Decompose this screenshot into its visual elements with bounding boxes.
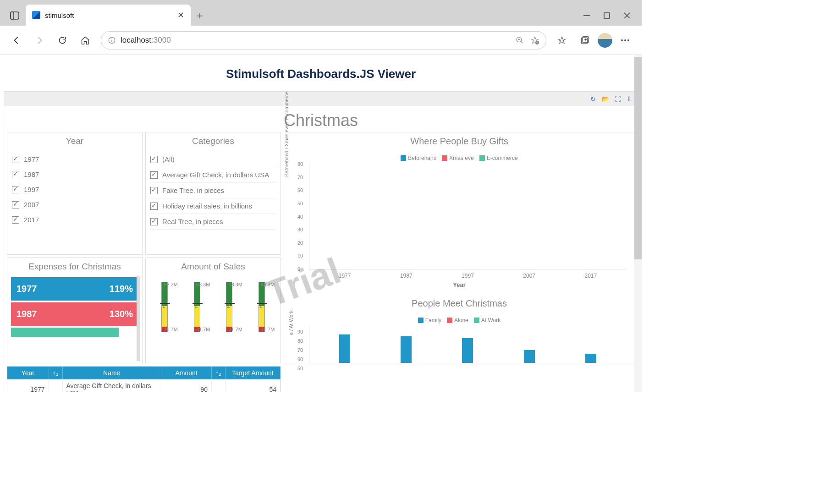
year-filter-item[interactable]: 2017 [12,212,138,227]
expenses-bar-partial [11,328,119,337]
bullet-mid-label: 2 [227,303,230,309]
chart-bar[interactable] [585,354,596,363]
chart-bar[interactable] [462,338,473,363]
checkbox-icon[interactable] [150,171,158,179]
legend-item[interactable]: Alone [447,317,468,323]
address-bar[interactable]: localhost:3000 + [101,31,546,49]
new-tab-button[interactable]: ＋ [191,6,209,25]
category-filter-item[interactable]: Average Gift Check, in dollars USA [150,167,276,183]
profile-avatar[interactable] [598,33,612,48]
gifts-chart-title: Where People Buy Gifts [284,132,634,152]
year-filter-item[interactable]: 1997 [12,182,138,197]
svg-point-20 [624,39,626,41]
bullet-mid-label: 2 [162,303,165,309]
refresh-dashboard-icon[interactable]: ↻ [590,95,596,103]
year-filter-label: 2017 [24,216,39,224]
close-tab-icon[interactable]: ✕ [177,10,184,20]
chart-bar[interactable] [401,336,412,363]
category-filter-item[interactable]: (All) [150,152,276,167]
back-button[interactable] [6,30,27,50]
x-tick-label: 2017 [570,273,611,279]
window-close-button[interactable] [617,5,637,26]
gifts-x-axis-label: Year [284,281,634,288]
favorites-button[interactable] [552,30,572,50]
refresh-button[interactable] [52,30,72,50]
gifts-bar-chart[interactable]: Beforehand / Xmas eve / E-commerce 19771… [309,164,626,269]
meet-bar-chart[interactable]: e / At Work 9080706050 [309,326,626,363]
meet-chart-title: People Meet Christmas [284,295,634,314]
bullet-mid-label: 2 [259,303,263,309]
year-filter-label: 2007 [24,201,39,208]
table-header-amount[interactable]: Amount [161,367,212,379]
year-filter-item[interactable]: 1977 [12,152,138,167]
collections-button[interactable]: + [575,30,595,50]
svg-text:+: + [536,41,538,44]
year-filter-panel: Year 19771987199720072017 [7,132,143,255]
home-button[interactable] [75,30,95,50]
checkbox-icon[interactable] [12,186,19,193]
table-header-target[interactable]: Target Amount [226,367,280,379]
expense-year: 1977 [16,284,37,294]
bullet-gauge[interactable]: ·63.3M 2 ·31.7M [153,282,176,332]
table-sort-1[interactable]: ↑₁ [49,367,62,379]
more-button[interactable] [615,30,635,50]
bullet-gauge[interactable]: ·63.3M 2 ·31.7M [186,282,209,332]
svg-point-21 [627,39,629,41]
page-scrollbar[interactable] [634,55,642,392]
bullet-gauge[interactable]: ·63.3M 2 ·31.7M [218,282,241,332]
chart-bar[interactable] [339,334,350,363]
year-filter-item[interactable]: 1987 [12,167,138,182]
legend-item[interactable]: At Work [474,317,500,323]
legend-item[interactable]: Beforehand [401,155,436,161]
table-sort-2[interactable]: ↑₂ [212,367,226,379]
table-row[interactable]: 1977 Average Gift Check, in dollars USA … [7,379,280,392]
tab-overview-button[interactable] [4,6,26,25]
checkbox-icon[interactable] [12,216,19,224]
checkbox-icon[interactable] [150,218,158,225]
page-content: Stimulsoft Dashboards.JS Viewer ↻ 📂 ⛶ ⇩ … [0,55,642,392]
site-info-icon[interactable] [108,36,116,44]
expenses-scrollbar[interactable] [137,276,140,362]
legend-item[interactable]: Family [418,317,441,323]
category-filter-item[interactable]: Holiday retail sales, in billions [150,198,276,214]
checkbox-icon[interactable] [150,156,158,163]
svg-rect-1 [11,12,14,19]
data-table[interactable]: Year ↑₁ Name Amount ↑₂ Target Amount 197… [7,367,280,392]
category-filter-label: Average Gift Check, in dollars USA [162,171,269,179]
checkbox-icon[interactable] [12,201,19,208]
export-icon[interactable]: ⇩ [627,95,632,103]
expense-row[interactable]: 1977119% [11,277,138,301]
bullet-gauge[interactable]: ·63.3M 2 ·31.7M [250,282,273,332]
svg-text:+: + [584,37,587,42]
table-header-name[interactable]: Name [62,367,161,379]
category-filter-item[interactable]: Fake Tree, in pieces [150,183,276,198]
browser-tab[interactable]: stimulsoft ✕ [26,5,191,26]
favicon-icon [32,11,40,19]
checkbox-icon[interactable] [150,187,158,194]
expand-icon[interactable]: ⛶ [615,95,621,103]
data-table-panel: Year ↑₁ Name Amount ↑₂ Target Amount 197… [7,366,281,392]
zoom-icon[interactable] [516,36,524,44]
checkbox-icon[interactable] [150,203,158,210]
expense-year: 1987 [16,309,37,319]
window-minimize-button[interactable] [577,5,597,26]
svg-point-7 [111,38,112,39]
table-header-year[interactable]: Year [7,367,49,379]
window-maximize-button[interactable] [597,5,617,26]
legend-item[interactable]: E-commerce [479,155,518,161]
year-filter-item[interactable]: 2007 [12,197,138,212]
bullet-top-label: ·63.3M [259,282,275,287]
forward-button [29,30,50,50]
open-icon[interactable]: 📂 [601,95,609,103]
checkbox-icon[interactable] [12,171,19,178]
bar-group [324,334,365,363]
checkbox-icon[interactable] [12,156,19,163]
favorite-add-icon[interactable]: + [530,36,539,45]
expense-row[interactable]: 1987130% [11,302,138,326]
chart-bar[interactable] [524,350,535,363]
legend-item[interactable]: Xmas eve [442,155,473,161]
category-filter-item[interactable]: Real Tree, in pieces [150,214,276,230]
x-tick-label: 1977 [324,273,365,279]
expenses-panel-title: Expenses for Christmas [7,258,142,277]
x-tick-label: 1987 [385,273,427,279]
